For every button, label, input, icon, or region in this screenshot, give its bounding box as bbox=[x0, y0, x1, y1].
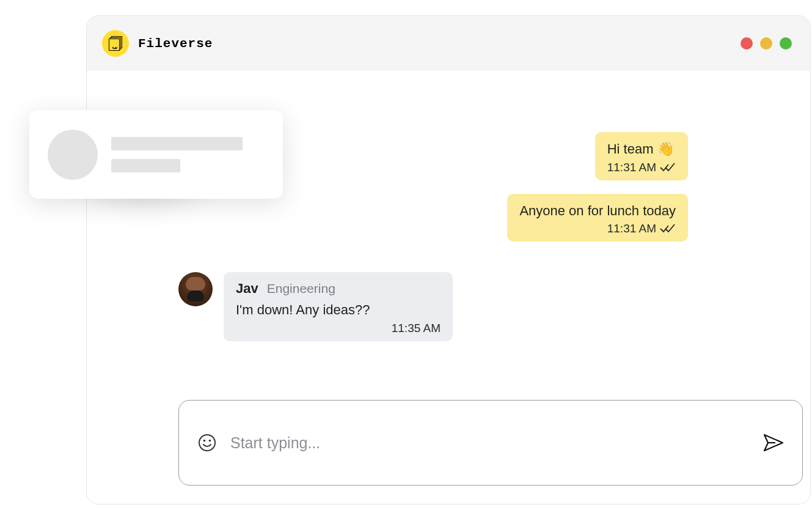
contact-card[interactable] bbox=[29, 110, 283, 199]
sender-name: Jav bbox=[236, 281, 258, 297]
app-name: Fileverse bbox=[138, 37, 213, 51]
svg-point-2 bbox=[209, 440, 211, 442]
message-time: 11:35 AM bbox=[392, 322, 441, 335]
message-bubble-sent: Anyone on for lunch today 11:31 AM bbox=[507, 194, 688, 242]
avatar-placeholder bbox=[48, 130, 98, 180]
message-text: I'm down! Any ideas?? bbox=[236, 301, 441, 319]
message-meta: 11:31 AM bbox=[519, 222, 676, 235]
app-window: Fileverse Hi team 👋 11:31 AM bbox=[86, 15, 811, 504]
svg-point-1 bbox=[203, 440, 206, 442]
message-text: Hi team 👋 bbox=[607, 141, 676, 158]
app-logo-icon bbox=[102, 30, 129, 57]
placeholder-line bbox=[111, 137, 243, 150]
sender-department: Engineering bbox=[267, 281, 335, 296]
minimize-window-button[interactable] bbox=[760, 37, 772, 50]
brand: Fileverse bbox=[102, 30, 213, 57]
send-button[interactable] bbox=[763, 434, 784, 452]
read-receipt-icon bbox=[660, 163, 676, 172]
message-time: 11:31 AM bbox=[607, 222, 656, 235]
titlebar: Fileverse bbox=[87, 16, 810, 71]
message-header: Jav Engineering bbox=[236, 281, 441, 297]
message-bubble-sent: Hi team 👋 11:31 AM bbox=[595, 132, 688, 180]
close-window-button[interactable] bbox=[741, 37, 753, 50]
send-icon bbox=[763, 434, 784, 452]
placeholder-line bbox=[111, 159, 180, 172]
message-time: 11:31 AM bbox=[607, 161, 656, 174]
message-composer bbox=[178, 400, 803, 486]
svg-point-0 bbox=[199, 435, 215, 451]
message-bubble-received: Jav Engineering I'm down! Any ideas?? 11… bbox=[224, 272, 453, 341]
message-row: Jav Engineering I'm down! Any ideas?? 11… bbox=[123, 272, 774, 341]
message-meta: 11:31 AM bbox=[607, 161, 676, 174]
emoji-picker-button[interactable] bbox=[197, 433, 217, 453]
maximize-window-button[interactable] bbox=[780, 37, 792, 50]
message-meta: 11:35 AM bbox=[236, 322, 441, 335]
sender-avatar[interactable] bbox=[178, 272, 213, 306]
smiley-icon bbox=[197, 433, 217, 453]
read-receipt-icon bbox=[660, 224, 676, 234]
message-text: Anyone on for lunch today bbox=[519, 202, 676, 220]
message-input[interactable] bbox=[217, 434, 763, 452]
card-text-placeholder bbox=[111, 137, 243, 172]
window-controls bbox=[741, 37, 792, 50]
